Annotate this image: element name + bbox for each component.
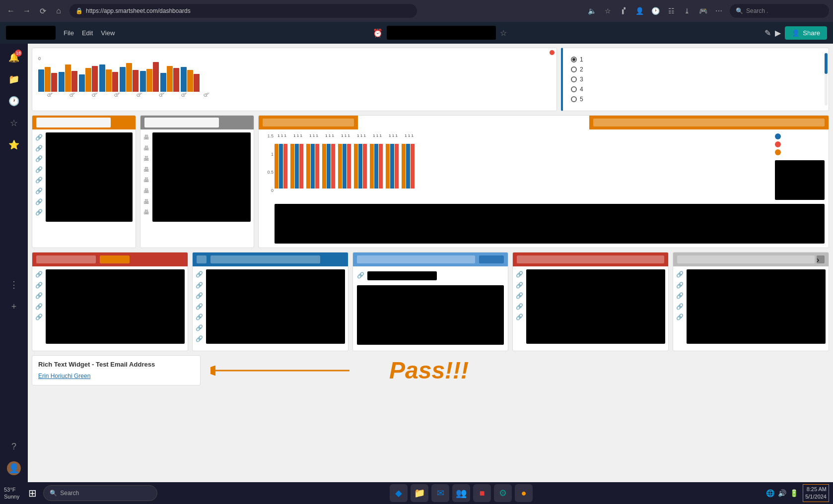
link-icon-2a[interactable]: 🖶 xyxy=(143,132,149,143)
star-icon[interactable]: ☆ xyxy=(500,28,507,38)
taskbar-edge[interactable]: ◆ xyxy=(390,484,408,502)
link-icon-1g[interactable]: 🔗 xyxy=(35,197,43,208)
more-button[interactable]: ⋯ xyxy=(712,4,726,18)
link-b2b[interactable]: 🔗 xyxy=(196,280,203,291)
radio-item-4[interactable]: 4 xyxy=(571,86,821,93)
link-b2c[interactable]: 🔗 xyxy=(196,291,203,302)
mb-o7 xyxy=(370,144,374,189)
favorites-button[interactable]: ☆ xyxy=(601,4,615,18)
taskbar-app5[interactable]: ■ xyxy=(473,484,491,502)
reload-button[interactable]: ⟳ xyxy=(36,4,50,18)
menu-file[interactable]: File xyxy=(64,29,74,37)
link-icon-2h[interactable]: 🖶 xyxy=(143,207,149,218)
taskbar-outlook[interactable]: ✉ xyxy=(431,484,449,502)
link-b1e[interactable]: 🔗 xyxy=(35,312,43,323)
link-icon-1e[interactable]: 🔗 xyxy=(35,175,43,186)
menu-edit[interactable]: Edit xyxy=(82,29,93,37)
link-b4b[interactable]: 🔗 xyxy=(516,280,523,291)
rich-text-link[interactable]: Erin Horiuchi Green xyxy=(38,373,90,379)
taskbar-clock[interactable]: 8:25 AM 5/1/2024 xyxy=(803,484,829,503)
address-bar[interactable]: 🔒 https://app.smartsheet.com/dashboards xyxy=(69,4,417,18)
link-b5b[interactable]: 🔗 xyxy=(676,280,684,291)
sidebar-profile[interactable]: 👤 xyxy=(4,458,24,478)
menu-view[interactable]: View xyxy=(101,29,115,37)
extensions-button[interactable]: 🬔 xyxy=(617,4,630,18)
taskbar-teams[interactable]: 👥 xyxy=(452,484,470,502)
sidebar-favorites[interactable]: ☆ xyxy=(4,113,24,133)
link-b2e[interactable]: 🔗 xyxy=(196,312,203,323)
collections-button[interactable]: ☷ xyxy=(664,4,678,18)
start-button[interactable]: ⊞ xyxy=(23,484,41,502)
taskbar-file-explorer[interactable]: 📁 xyxy=(411,484,428,502)
link-icon-2c[interactable]: 🖶 xyxy=(143,154,149,165)
share-button[interactable]: 👤 Share xyxy=(785,26,827,40)
mb-r6 xyxy=(363,144,367,189)
link-b3a[interactable]: 🔗 xyxy=(357,270,364,281)
link-b4e[interactable]: 🔗 xyxy=(516,312,523,323)
edit-icon-button[interactable]: ✎ xyxy=(764,28,771,38)
link-b2g[interactable]: 🔗 xyxy=(196,334,203,345)
link-b2f[interactable]: 🔗 xyxy=(196,323,203,334)
link-icon-1d[interactable]: 🔗 xyxy=(35,165,43,176)
link-icon-1h[interactable]: 🔗 xyxy=(35,207,43,218)
sidebar-help[interactable]: ? xyxy=(4,437,24,456)
link-icon-2f[interactable]: 🖶 xyxy=(143,186,149,197)
battery-icon[interactable]: 🔋 xyxy=(789,488,799,498)
link-icon-1f[interactable]: 🔗 xyxy=(35,186,43,197)
link-b4d[interactable]: 🔗 xyxy=(516,302,523,313)
profile-button[interactable]: 👤 xyxy=(632,4,646,18)
link-b4c[interactable]: 🔗 xyxy=(516,291,523,302)
network-icon[interactable]: 🌐 xyxy=(765,488,775,498)
radio-item-2[interactable]: 2 xyxy=(571,66,821,73)
home-button[interactable]: ⌂ xyxy=(52,4,66,18)
sidebar-recents[interactable]: 🕐 xyxy=(4,91,24,111)
link-icon-1a[interactable]: 🔗 xyxy=(35,132,43,143)
forward-button[interactable]: → xyxy=(20,4,34,18)
history-button[interactable]: 🕐 xyxy=(648,4,662,18)
read-aloud-button[interactable]: 🔈 xyxy=(585,4,599,18)
radio-item-3[interactable]: 3 xyxy=(571,76,821,83)
link-icon-2g[interactable]: 🖶 xyxy=(143,197,149,208)
taskbar-app7[interactable]: ● xyxy=(515,484,533,502)
chart-inner: 1.5 1 0.5 0 1 1 1 1 1 1 1 1 1 1 1 1 xyxy=(259,129,829,204)
link-b2a[interactable]: 🔗 xyxy=(196,269,203,280)
folder-icon: 📁 xyxy=(8,74,19,85)
link-icon-1c[interactable]: 🔗 xyxy=(35,154,43,165)
link-b4a[interactable]: 🔗 xyxy=(516,269,523,280)
volume-icon[interactable]: 🔊 xyxy=(777,488,787,498)
link-b5a[interactable]: 🔗 xyxy=(676,269,684,280)
pass-text: Pass!!! xyxy=(389,357,469,384)
link-b1a[interactable]: 🔗 xyxy=(35,269,43,280)
present-button[interactable]: ▶ xyxy=(775,28,781,38)
link-icon-2e[interactable]: 🖶 xyxy=(143,175,149,186)
link-b1d[interactable]: 🔗 xyxy=(35,302,43,313)
radio-item-1[interactable]: 1 xyxy=(571,56,821,63)
search-icon: 🔍 xyxy=(736,7,743,14)
sidebar-apps[interactable]: ⭐ xyxy=(4,135,24,155)
sidebar-grid-view[interactable]: ⋮ xyxy=(4,275,24,295)
link-b5e[interactable]: 🔗 xyxy=(676,312,684,323)
back-button[interactable]: ← xyxy=(4,4,18,18)
downloads-button[interactable]: ⤓ xyxy=(680,4,694,18)
link-icon-1b[interactable]: 🔗 xyxy=(35,143,43,154)
link-b1b[interactable]: 🔗 xyxy=(35,280,43,291)
sidebar-browse[interactable]: 📁 xyxy=(4,69,24,89)
scrollbar-track[interactable] xyxy=(825,53,828,106)
mb-o3 xyxy=(306,144,310,189)
taskbar-smartsheet[interactable]: ⚙ xyxy=(494,484,512,502)
link-icon-2b[interactable]: 🖶 xyxy=(143,143,149,154)
sidebar-notifications[interactable]: 🔔 18 xyxy=(4,48,24,67)
link-b5d[interactable]: 🔗 xyxy=(676,302,684,313)
link-b5c[interactable]: 🔗 xyxy=(676,291,684,302)
q3-label: Question 3 xyxy=(91,93,112,99)
mbar-5 xyxy=(338,144,353,189)
link-b1c[interactable]: 🔗 xyxy=(35,291,43,302)
link-b2d[interactable]: 🔗 xyxy=(196,302,203,313)
games-button[interactable]: 🎮 xyxy=(696,4,710,18)
taskbar-search-box[interactable]: 🔍 Search xyxy=(43,485,157,501)
sidebar-add[interactable]: + xyxy=(4,297,24,316)
widget-b-expand-5[interactable]: › xyxy=(817,255,825,263)
browser-search-box[interactable]: 🔍 Search . xyxy=(730,4,829,18)
radio-item-5[interactable]: 5 xyxy=(571,96,821,103)
link-icon-2d[interactable]: 🖶 xyxy=(143,165,149,176)
